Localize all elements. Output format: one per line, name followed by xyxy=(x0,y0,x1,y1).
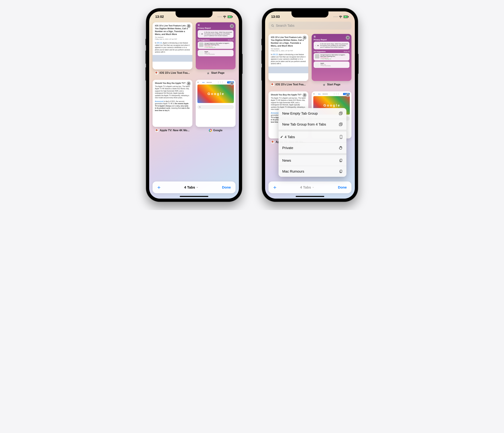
google-tab-all: ALL xyxy=(202,82,205,83)
book-icon xyxy=(314,36,316,38)
star-icon: ★ xyxy=(207,72,210,74)
menu-group-macrumours[interactable]: Mac Rumours xyxy=(279,166,346,177)
show-all: Show All xyxy=(228,39,234,41)
battery-charging-icon xyxy=(343,16,349,18)
signal-dots-icon xyxy=(217,17,222,17)
tab-grid: ✕ iOS 15's Live Text Feature Lets You Di… xyxy=(149,20,239,136)
close-icon[interactable]: ✕ xyxy=(346,36,350,40)
apps-grid-icon: ⋮⋮⋮ xyxy=(217,81,223,83)
hamburger-icon: ≡ xyxy=(198,81,198,83)
tab-startpage[interactable]: ✕ Privacy Report 49 In the last seven da… xyxy=(196,22,235,76)
menu-private[interactable]: Private xyxy=(279,143,346,153)
search-tabs-input[interactable]: Search Tabs xyxy=(269,22,351,30)
siri-suggestions-title: Siri Suggestions xyxy=(198,39,210,41)
close-icon[interactable]: ✕ xyxy=(303,36,306,40)
iphone-icon xyxy=(339,135,343,139)
status-time: 13:03 xyxy=(271,15,280,19)
volume-up xyxy=(261,50,262,64)
google-tab-images: IMAGES xyxy=(207,82,212,83)
iphone-left: 13:02 ✕ iOS 15's Live Text Feature Lets … xyxy=(146,9,242,202)
notch xyxy=(291,11,328,18)
svg-point-3 xyxy=(199,106,200,107)
bottom-bar: + 4 Tabs Done xyxy=(269,181,351,193)
svg-point-7 xyxy=(271,25,273,26)
copy-icon xyxy=(339,158,343,162)
notch xyxy=(176,11,213,18)
macrumors-icon xyxy=(271,140,274,144)
google-search-input xyxy=(198,105,234,109)
article-body: In iOS 15, Apple is introducing a new fe… xyxy=(155,42,190,53)
status-time: 13:02 xyxy=(155,15,164,19)
privacy-report-title: Privacy Report xyxy=(198,27,234,29)
tab-startpage[interactable]: ✕ Privacy Report 49In the last seven day… xyxy=(312,34,351,88)
close-icon[interactable]: ✕ xyxy=(187,81,191,86)
svg-rect-6 xyxy=(348,16,349,17)
article-date: Friday June 11, 2021 1:37 am PDT xyxy=(155,38,177,40)
chevron-down-icon xyxy=(196,186,198,189)
menu-new-empty-group[interactable]: New Empty Tab Group xyxy=(279,108,346,119)
google-doodle: G o o g l e xyxy=(198,84,234,103)
article-headline: Should You Buy the Apple TV? xyxy=(155,82,190,85)
mute-switch xyxy=(261,39,262,45)
svg-rect-13 xyxy=(340,170,342,172)
search-placeholder: Search Tabs xyxy=(276,24,295,27)
close-icon[interactable]: ✕ xyxy=(346,93,350,97)
side-button xyxy=(242,54,243,74)
article-headline: iOS 15's Live Text Feature Lets You Digi… xyxy=(155,24,190,36)
menu-new-group-from-tabs[interactable]: New Tab Group from 4 Tabs xyxy=(279,119,346,130)
macrumors-icon xyxy=(155,129,158,132)
done-button[interactable]: Done xyxy=(338,185,347,189)
copy-icon xyxy=(339,169,343,173)
star-icon: ★ xyxy=(323,83,326,86)
tab-group-button[interactable]: 4 Tabs xyxy=(300,185,314,189)
side-button xyxy=(358,54,359,74)
new-tab-button[interactable]: + xyxy=(157,184,161,191)
close-icon[interactable]: ✕ xyxy=(230,24,234,28)
tab-label: iOS 15's Live Text Fea... xyxy=(159,72,190,74)
tab-label: Google xyxy=(213,129,222,132)
tab-ios15[interactable]: ✕ iOS 15's Live Text Feature Lets You Di… xyxy=(269,34,308,88)
shield-icon xyxy=(199,33,200,35)
tab-ios15[interactable]: ✕ iOS 15's Live Text Feature Lets You Di… xyxy=(153,22,192,76)
article-body-2: Announced in April of 2021, the second-g… xyxy=(155,100,190,112)
tab-label: Start Page xyxy=(211,72,225,74)
tab-group-button[interactable]: 4 Tabs xyxy=(184,185,198,189)
new-group-icon xyxy=(339,122,343,126)
home-indicator[interactable] xyxy=(180,196,208,197)
menu-current-tabs[interactable]: 4 Tabs xyxy=(279,132,346,143)
done-button[interactable]: Done xyxy=(222,185,231,189)
menu-group-news[interactable]: News xyxy=(279,155,346,166)
suggestion-1: Google Explores Alternative to Apple's N… xyxy=(198,42,234,49)
volume-up xyxy=(145,50,146,64)
macrumors-icon xyxy=(155,72,158,74)
chevron-down-icon xyxy=(312,186,314,189)
book-icon xyxy=(198,24,200,26)
hand-icon xyxy=(339,146,343,150)
bottom-bar: + 4 Tabs Done xyxy=(153,181,235,193)
volume-down xyxy=(145,67,146,81)
close-icon[interactable]: ✕ xyxy=(230,81,234,86)
volume-down xyxy=(261,67,262,81)
wifi-icon xyxy=(339,16,342,18)
new-tab-button[interactable]: + xyxy=(273,184,277,191)
new-group-icon xyxy=(339,111,343,116)
privacy-report-box: 49 In the last seven days, Safari has pr… xyxy=(198,30,234,38)
signal-dots-icon xyxy=(333,17,338,17)
battery-charging-icon xyxy=(227,16,233,18)
tab-google[interactable]: ✕ ≡ ALLIMAGES ⋮⋮⋮ Sign in G o o g l e xyxy=(196,80,235,134)
wifi-icon xyxy=(223,16,226,18)
macrumors-icon xyxy=(271,83,274,86)
svg-rect-2 xyxy=(232,16,233,17)
google-icon xyxy=(209,129,212,132)
tab-group-popup: New Empty Tab Group New Tab Group from 4… xyxy=(279,108,346,177)
search-icon xyxy=(271,24,274,27)
article-author: Tim Hardwick xyxy=(155,36,163,38)
article-body: The Apple TV is Apple's set-top box. The… xyxy=(155,85,190,99)
search-icon xyxy=(199,106,201,108)
home-indicator[interactable] xyxy=(296,196,324,197)
tab-appletv[interactable]: ✕ Should You Buy the Apple TV? The Apple… xyxy=(153,80,192,134)
tab-label: Apple TV: New 4K Mo... xyxy=(160,129,189,132)
mute-switch xyxy=(145,39,146,45)
close-icon[interactable]: ✕ xyxy=(303,93,306,97)
close-icon[interactable]: ✕ xyxy=(187,24,191,28)
